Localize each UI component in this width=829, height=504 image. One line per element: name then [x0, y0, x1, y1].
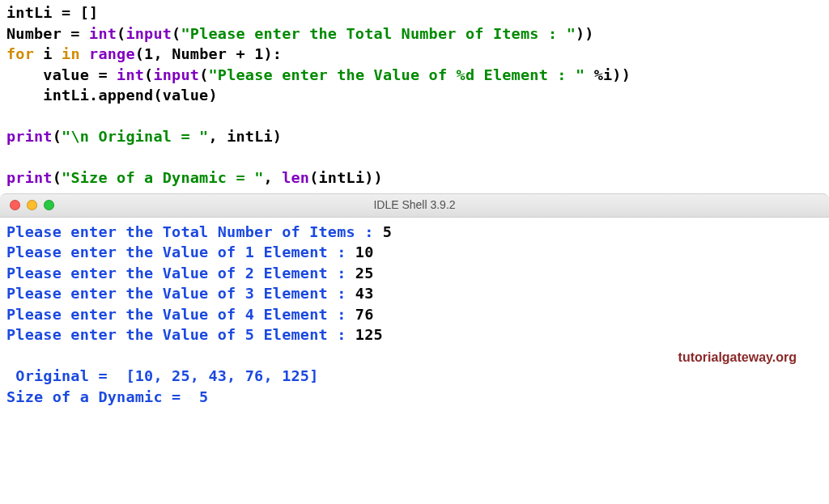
code-token: intLi: [6, 4, 53, 21]
idle-shell-window: IDLE Shell 3.9.2 Please enter the Total …: [0, 193, 829, 414]
code-token: "Please enter the Value of %d Element : …: [208, 66, 585, 83]
code-token: value =: [6, 66, 117, 83]
shell-user-input: 10: [355, 244, 374, 260]
shell-user-input: 125: [355, 326, 383, 343]
shell-prompt: Please enter the Value of 3 Element :: [6, 285, 355, 302]
code-token: print: [6, 169, 53, 186]
code-token: input: [125, 25, 172, 42]
shell-user-input: 76: [355, 306, 374, 323]
code-editor-area: intLi = [] Number = int(input("Please en…: [0, 2, 829, 193]
code-token: "Size of a Dynamic = ": [62, 169, 263, 186]
shell-prompt: Please enter the Value of 5 Element :: [6, 326, 355, 343]
shell-output-area: Please enter the Total Number of Items :…: [0, 218, 829, 414]
code-token: int: [117, 66, 144, 83]
code-token: , intLi): [208, 128, 282, 145]
code-token: ,: [263, 169, 282, 186]
code-token: )): [576, 25, 594, 42]
code-token: (: [53, 169, 62, 186]
shell-user-input: 25: [355, 265, 374, 282]
code-token: i: [43, 45, 52, 62]
code-token: Number: [6, 25, 62, 42]
code-token: (intLi)): [309, 169, 383, 186]
code-token: in: [62, 45, 80, 62]
traffic-lights: [0, 200, 54, 210]
code-token: (: [53, 128, 62, 145]
code-token: int: [89, 25, 117, 42]
code-token: (: [117, 25, 125, 42]
code-token: [34, 45, 43, 62]
code-token: = []: [53, 4, 99, 21]
shell-output-line: Original = [10, 25, 43, 76, 125]: [6, 367, 319, 384]
shell-prompt: Please enter the Value of 2 Element :: [6, 265, 355, 282]
shell-output-line: Size of a Dynamic = 5: [6, 388, 208, 405]
code-token: "\n Original = ": [62, 128, 208, 145]
fullscreen-icon[interactable]: [44, 200, 54, 210]
code-token: for: [6, 45, 34, 62]
code-token: print: [6, 128, 53, 145]
window-titlebar[interactable]: IDLE Shell 3.9.2: [0, 193, 829, 218]
code-token: (1, Number + 1):: [135, 45, 282, 62]
code-token: (: [144, 66, 153, 83]
shell-user-input: 5: [383, 223, 392, 240]
shell-prompt: Please enter the Value of 4 Element :: [6, 306, 355, 323]
shell-prompt: Please enter the Value of 1 Element :: [6, 244, 355, 260]
code-token: len: [282, 169, 309, 186]
code-token: range: [89, 45, 135, 62]
shell-user-input: 43: [355, 285, 374, 302]
code-token: (: [172, 25, 181, 42]
code-token: input: [153, 66, 199, 83]
code-token: (: [199, 66, 208, 83]
code-token: intLi.append(value): [6, 87, 218, 104]
window-title: IDLE Shell 3.9.2: [0, 197, 829, 213]
code-token: %i)): [585, 66, 631, 83]
shell-prompt: Please enter the Total Number of Items :: [6, 223, 383, 240]
code-token: [80, 45, 89, 62]
code-token: =: [62, 25, 89, 42]
code-token: "Please enter the Total Number of Items …: [181, 25, 576, 42]
close-icon[interactable]: [10, 200, 20, 210]
minimize-icon[interactable]: [27, 200, 37, 210]
code-token: [53, 45, 62, 62]
